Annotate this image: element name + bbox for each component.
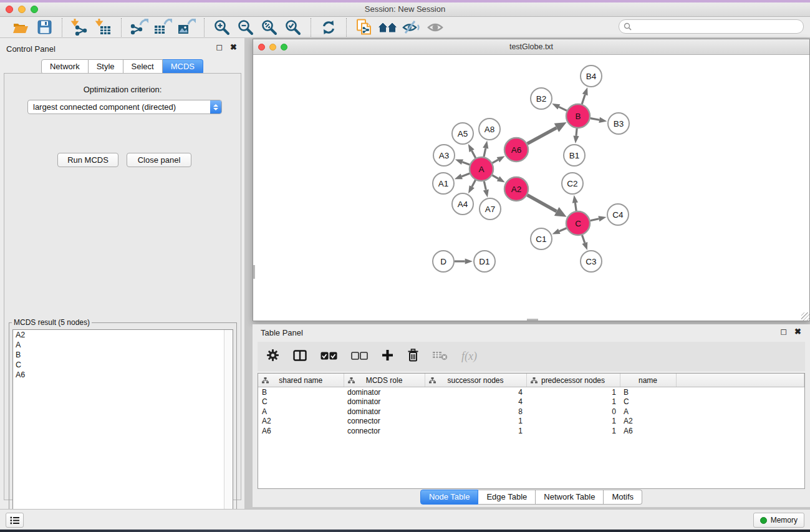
- memory-button[interactable]: Memory: [753, 513, 804, 528]
- table-cell[interactable]: C: [258, 397, 344, 407]
- network-vertical-scrollbar[interactable]: [253, 265, 255, 279]
- table-cell[interactable]: dominator: [344, 387, 425, 397]
- graph-edge-B-B3[interactable]: [591, 118, 600, 120]
- graph-edge-A-A5[interactable]: [472, 151, 476, 158]
- select-all-button[interactable]: [321, 351, 337, 362]
- optimization-criterion-select[interactable]: largest connected component (directed): [27, 100, 222, 114]
- mcds-result-item[interactable]: A: [13, 340, 233, 350]
- column-header-successor-nodes[interactable]: successor nodes: [425, 374, 526, 387]
- show-eye-button[interactable]: [425, 18, 446, 37]
- delete-button[interactable]: [407, 349, 419, 364]
- column-layout-button[interactable]: [293, 350, 307, 364]
- table-cell[interactable]: C: [620, 397, 676, 407]
- table-cell[interactable]: A: [258, 407, 344, 417]
- refresh-button[interactable]: [318, 18, 339, 37]
- run-mcds-button[interactable]: Run MCDS: [57, 153, 118, 167]
- export-table-button[interactable]: [152, 18, 173, 37]
- window-resize-grip[interactable]: [801, 312, 809, 321]
- table-cell[interactable]: 1: [425, 417, 526, 427]
- search-input[interactable]: [632, 22, 803, 32]
- tab-edge-table[interactable]: Edge Table: [478, 490, 536, 505]
- table-cell[interactable]: A2: [258, 417, 344, 427]
- tab-network-table[interactable]: Network Table: [536, 490, 604, 505]
- graph-edge-C-C3[interactable]: [582, 235, 585, 243]
- table-cell[interactable]: A: [620, 407, 676, 417]
- float-panel-icon[interactable]: ◻: [216, 43, 223, 51]
- add-column-button[interactable]: [382, 349, 393, 364]
- table-cell[interactable]: A6: [620, 426, 676, 436]
- table-cell[interactable]: 8: [425, 407, 526, 417]
- close-panel-icon[interactable]: ✖: [230, 43, 237, 51]
- graph-edge-B-B4[interactable]: [582, 95, 585, 104]
- graph-edge-A-A1[interactable]: [461, 173, 470, 177]
- mcds-result-item[interactable]: C: [13, 360, 233, 370]
- table-cell[interactable]: 0: [526, 407, 620, 417]
- network-canvas[interactable]: B4B2BB3A8A5A6A3B1AA1C2A2A4A7C4CC1C3DD1: [253, 55, 809, 321]
- export-network-button[interactable]: [128, 18, 150, 37]
- import-network-button[interactable]: [69, 18, 90, 37]
- table-cell[interactable]: 1: [526, 387, 620, 397]
- table-cell[interactable]: connector: [344, 417, 425, 427]
- table-cell[interactable]: A6: [258, 426, 344, 436]
- graph-edge-A-A7[interactable]: [484, 181, 486, 190]
- import-table-button[interactable]: [93, 18, 114, 37]
- zoom-out-button[interactable]: [235, 18, 256, 37]
- table-cell[interactable]: 4: [425, 397, 526, 407]
- tab-node-table[interactable]: Node Table: [420, 490, 479, 505]
- table-cell[interactable]: 1: [526, 417, 620, 427]
- tab-mcds[interactable]: MCDS: [163, 59, 203, 74]
- table-cell[interactable]: dominator: [344, 397, 425, 407]
- table-cell[interactable]: dominator: [344, 407, 425, 417]
- zoom-in-button[interactable]: [211, 18, 233, 37]
- tab-motifs[interactable]: Motifs: [604, 490, 642, 505]
- network-horizontal-scrollbar[interactable]: [527, 319, 538, 321]
- table-cell[interactable]: A2: [620, 417, 676, 427]
- table-settings-button[interactable]: [266, 349, 279, 364]
- graph-edge-A-A6[interactable]: [493, 160, 498, 163]
- graph-edge-A-A3[interactable]: [462, 162, 470, 165]
- graph-edge-B-B1[interactable]: [576, 128, 577, 136]
- table-cell[interactable]: connector: [344, 426, 425, 436]
- table-cell[interactable]: 1: [526, 397, 620, 407]
- table-row[interactable]: A2connector11A2: [258, 417, 804, 427]
- mcds-result-item[interactable]: B: [13, 350, 233, 360]
- close-panel-button[interactable]: Close panel: [127, 153, 191, 167]
- table-cell[interactable]: 4: [425, 387, 526, 397]
- zoom-selected-button[interactable]: [282, 18, 304, 37]
- graph-edge-B-B2[interactable]: [559, 107, 567, 110]
- open-session-button[interactable]: [10, 18, 31, 37]
- close-panel-icon[interactable]: ✖: [794, 327, 801, 336]
- function-builder-button[interactable]: f(x): [461, 350, 477, 363]
- export-image-button[interactable]: [176, 18, 197, 37]
- table-row[interactable]: A6connector11A6: [258, 426, 804, 436]
- table-cell[interactable]: B: [258, 387, 344, 397]
- table-cell[interactable]: B: [620, 387, 676, 397]
- clone-network-button[interactable]: [354, 18, 375, 37]
- hide-eye-button[interactable]: [401, 18, 422, 37]
- zoom-fit-button[interactable]: [259, 18, 280, 37]
- deselect-all-button[interactable]: [351, 351, 368, 362]
- task-history-button[interactable]: [6, 513, 24, 528]
- graph-edge-C-C2[interactable]: [575, 203, 576, 211]
- column-header-name[interactable]: name: [620, 374, 676, 387]
- table-row[interactable]: Bdominator41B: [258, 387, 804, 397]
- table-row[interactable]: Cdominator41C: [258, 397, 804, 407]
- houses-button[interactable]: [377, 18, 398, 37]
- save-session-button[interactable]: [34, 18, 55, 37]
- graph-edge-A-A8[interactable]: [484, 148, 486, 157]
- graph-edge-A6-B[interactable]: [528, 128, 557, 144]
- table-row[interactable]: Adominator80A: [258, 407, 804, 417]
- mcds-list-scrollbar[interactable]: [224, 330, 233, 521]
- table-cell[interactable]: 1: [425, 426, 526, 436]
- graph-edge-A2-C[interactable]: [528, 195, 557, 211]
- tab-style[interactable]: Style: [89, 59, 123, 74]
- float-panel-icon[interactable]: ◻: [780, 327, 787, 336]
- column-header-shared-name[interactable]: shared name: [258, 374, 344, 387]
- tab-network[interactable]: Network: [41, 59, 89, 74]
- column-header-predecessor-nodes[interactable]: predecessor nodes: [526, 374, 620, 387]
- graph-edge-A-A2[interactable]: [492, 175, 498, 179]
- graph-edge-C-C4[interactable]: [591, 219, 599, 221]
- mcds-result-item[interactable]: A6: [13, 370, 233, 380]
- column-header-MCDS-role[interactable]: MCDS role: [344, 374, 425, 387]
- tab-select[interactable]: Select: [123, 59, 163, 74]
